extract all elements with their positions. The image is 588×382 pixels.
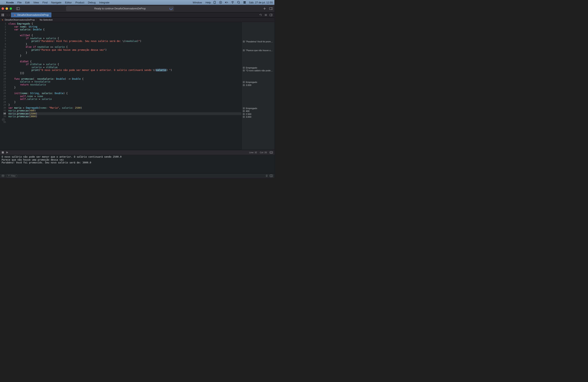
breadcrumb-separator: 〉 (36, 18, 38, 21)
menubar-item-view[interactable]: View (33, 1, 39, 4)
menubar-item-help[interactable]: Help (206, 1, 211, 4)
menubar-item-product[interactable]: Product (75, 1, 84, 4)
record-icon[interactable] (219, 1, 222, 4)
result-line[interactable]: "Parabéns! Você foi prom… (243, 40, 273, 43)
editor-area: 1234567891011121314151617181920212223242… (0, 22, 274, 150)
debug-panel-toggle[interactable] (270, 151, 273, 154)
svg-rect-20 (3, 15, 4, 16)
adjust-editor-button[interactable] (270, 14, 273, 16)
menubar-item-window[interactable]: Window (193, 1, 202, 4)
svg-rect-18 (3, 14, 4, 15)
svg-rect-11 (16, 7, 20, 10)
console-filter-input[interactable]: Filter (6, 174, 17, 177)
svg-point-6 (232, 3, 233, 3)
nav-back-button[interactable]: ‹ (7, 13, 8, 16)
svg-rect-26 (2, 152, 4, 153)
macos-menubar: Xcode File Edit View Find Navigate Edito… (0, 0, 274, 5)
toggle-navigator-button[interactable] (15, 6, 21, 11)
note-icon[interactable] (213, 1, 216, 4)
breadcrumb-selection[interactable]: No Selection (40, 19, 53, 21)
menubar-item-file[interactable]: File (17, 1, 21, 4)
svg-point-7 (237, 1, 239, 3)
tab-title: DesafioObservadoresDeProp (17, 14, 49, 16)
svg-rect-30 (2, 175, 4, 177)
editor-tabs-bar: ‹ › DesafioObservadoresDeProp (0, 12, 274, 18)
svg-rect-9 (243, 1, 246, 2)
jump-bar[interactable]: DesafioObservadoresDeProp 〉 No Selection (0, 18, 274, 22)
related-items-button[interactable] (0, 12, 6, 17)
result-line[interactable]: 3.000 (243, 115, 273, 118)
result-line[interactable]: "O novo salário não pode… (243, 69, 273, 72)
code-content[interactable]: class Empregado { var nome: String var s… (8, 22, 241, 150)
close-window-button[interactable] (1, 7, 4, 10)
console-output[interactable]: O novo salário não pode ser menor que o … (0, 155, 274, 173)
activity-spinner-icon (169, 7, 172, 10)
debug-bar: Line: 32 Col: 20 (0, 150, 274, 155)
menubar-item-integrate[interactable]: Integrate (99, 1, 109, 4)
continue-button[interactable] (6, 151, 8, 154)
console-footer: Filter (0, 173, 274, 178)
result-line[interactable]: Empregado (243, 81, 273, 84)
zoom-window-button[interactable] (10, 7, 12, 10)
svg-marker-27 (6, 152, 8, 153)
nav-forward-button[interactable]: › (9, 13, 10, 16)
swift-icon (1, 19, 4, 21)
svg-rect-24 (270, 14, 272, 16)
svg-point-2 (220, 2, 221, 3)
svg-rect-0 (214, 1, 215, 4)
menubar-item-debug[interactable]: Debug (88, 1, 96, 4)
menubar-clock[interactable]: Sáb. 27 de jul. 12:55 (249, 1, 273, 4)
svg-rect-10 (243, 3, 246, 3)
window-toolbar: Ready to continue DesafioObservadoresDeP… (0, 5, 274, 12)
wifi-icon[interactable] (231, 1, 234, 4)
result-line[interactable]: 3.000 (243, 84, 273, 87)
console-output-filter-icon[interactable] (1, 174, 4, 177)
svg-rect-15 (269, 7, 273, 10)
svg-rect-28 (270, 152, 273, 153)
battery-icon[interactable] (225, 1, 228, 4)
history-icon[interactable] (259, 14, 262, 16)
console-panel-toggle-icon[interactable] (270, 175, 273, 177)
activity-status-text: Ready to continue DesafioObservadoresDeP… (94, 7, 146, 10)
menubar-item-navigate[interactable]: Navigate (51, 1, 62, 4)
breadcrumb-file[interactable]: DesafioObservadoresDeProp (5, 19, 35, 21)
swift-icon (14, 14, 16, 16)
minimize-window-button[interactable] (6, 7, 8, 10)
filter-placeholder: Filter (11, 175, 16, 177)
cursor-col: Col: 20 (260, 151, 267, 154)
editor-tab[interactable]: DesafioObservadoresDeProp (11, 12, 52, 17)
menubar-item-edit[interactable]: Edit (25, 1, 30, 4)
trash-button[interactable] (265, 174, 268, 177)
add-button[interactable] (263, 7, 266, 10)
lines-icon[interactable] (264, 14, 267, 16)
search-icon[interactable] (237, 1, 240, 4)
filter-icon (8, 175, 10, 177)
result-line[interactable]: Empregado (243, 107, 273, 110)
result-line[interactable]: 400 (243, 110, 273, 113)
cursor-line: Line: 32 (249, 151, 257, 154)
svg-rect-17 (1, 14, 3, 15)
svg-rect-4 (228, 2, 228, 3)
library-button[interactable] (269, 7, 273, 10)
svg-line-8 (239, 3, 240, 4)
svg-rect-5 (225, 2, 226, 3)
line-gutter[interactable]: 1234567891011121314151617181920212223242… (0, 22, 8, 150)
result-line[interactable]: Empregado (243, 66, 273, 69)
menubar-item-find[interactable]: Find (42, 1, 47, 4)
window-traffic-lights (1, 7, 12, 10)
result-line[interactable]: "Parece que não houve u… (243, 49, 273, 52)
result-line[interactable]: 2.500 (243, 113, 273, 116)
control-center-icon[interactable] (243, 1, 246, 4)
code-editor[interactable]: 1234567891011121314151617181920212223242… (0, 22, 241, 150)
menubar-app-name[interactable]: Xcode (6, 1, 14, 4)
stop-button[interactable] (1, 151, 4, 154)
results-sidebar[interactable]: "Parabéns! Você foi prom…"Parece que não… (241, 22, 274, 150)
svg-rect-19 (1, 15, 3, 16)
menubar-item-editor[interactable]: Editor (65, 1, 72, 4)
activity-status: Ready to continue DesafioObservadoresDeP… (66, 6, 174, 11)
